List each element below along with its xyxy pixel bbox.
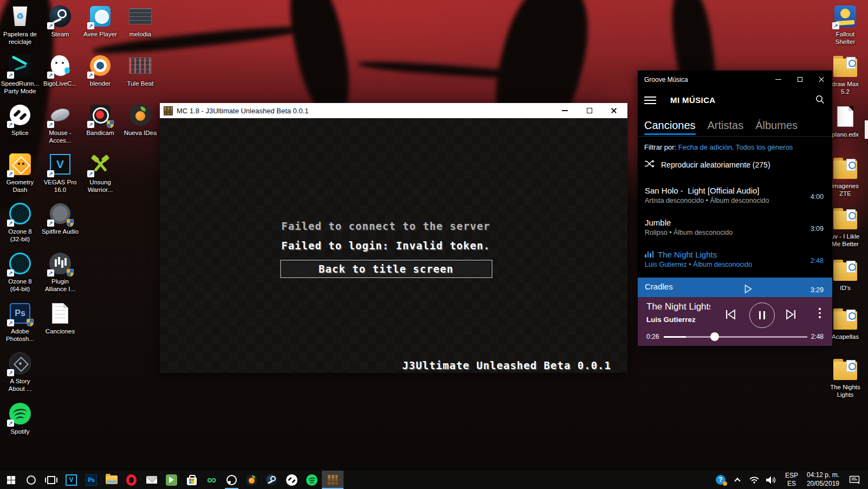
taskbar-groove-music[interactable] [222,471,242,489]
desktop-icon-mouse[interactable]: Mouse - Acces... [41,103,79,145]
close-button[interactable] [811,70,832,88]
document-icon [833,105,857,128]
previous-track-icon[interactable] [724,309,736,322]
desktop-icon-splice[interactable]: Splice [1,103,39,137]
task-view-button[interactable] [41,471,61,489]
minecraft-window: MC 1.8 - J3Ultimate Unleashed Beta 0.0.1… [160,103,627,373]
tab-artistas[interactable]: Artistas [708,119,744,136]
wifi-tray-icon[interactable] [749,471,759,489]
row-play-icon[interactable] [744,284,753,296]
start-button[interactable] [1,471,21,489]
tray-overflow-chevron[interactable] [731,471,746,489]
maximize-button[interactable] [577,103,601,118]
taskbar-steam[interactable] [262,471,282,489]
a-story-about-icon [8,351,32,375]
desktop-icon-melodia[interactable]: melodia [121,4,159,38]
taskbar-spotify[interactable] [302,471,322,489]
groove-music-icon [226,475,237,485]
shuffle-label: Reproducir aleatoriamente (275) [661,160,770,169]
shuffle-all-button[interactable]: Reproducir aleatoriamente (275) [638,151,832,169]
song-row[interactable]: Jumble Rolipso • Álbum desconocido 3:09 [638,214,832,246]
taskbar-mail[interactable] [141,471,161,489]
desktop-icon-canciones[interactable]: Canciones [41,301,79,335]
desktop-icon-vegas-pro[interactable]: V VEGAS Pro 16.0 [41,152,79,194]
next-track-icon[interactable] [785,309,797,322]
desktop-icon-spotify[interactable]: Spotify [1,402,39,435]
taskbar-microsoft-store[interactable] [182,471,202,489]
song-title: The Night Lights [658,250,717,259]
language-region: ES [785,480,798,488]
crafting-table-icon [164,106,173,115]
desktop-icon-speedrunners[interactable]: SpeedRunn... Party Mode [1,54,39,95]
disconnect-detail: Failed to login: Invalid token. [160,240,612,252]
minimize-button[interactable] [767,70,789,88]
folder-icon [833,156,857,180]
back-to-title-button[interactable]: Back to title screen [280,260,493,278]
taskbar-photoshop[interactable]: Ps [81,471,101,489]
splice-icon [286,474,297,486]
hamburger-menu-icon[interactable] [644,96,656,104]
language-code: ESP [785,472,798,480]
desktop-icon-unsung-warriors[interactable]: Unsung Warrior... [81,152,119,194]
minimize-button[interactable] [553,103,577,118]
action-center-button[interactable] [849,471,860,489]
language-indicator[interactable]: ESP ES [785,472,798,488]
desktop-icon-a-story-about[interactable]: A Story About ... [1,351,39,393]
steam-icon [48,4,72,28]
elapsed-time: 0:26 [646,333,659,340]
minecraft-titlebar[interactable]: MC 1.8 - J3Ultimate Unleashed Beta 0.0.1 [160,103,627,118]
desktop-icon-recycle-bin[interactable]: ♻ Papelera de reciclaje [1,4,39,46]
taskbar-infinity-app[interactable]: ∞ [202,471,222,489]
filter-label: Filtrar por: [644,143,676,151]
maximize-button[interactable] [789,70,811,88]
taskbar-green-app[interactable] [161,471,182,489]
desktop-icon-ozone8-64[interactable]: Ozone 8 (64-bit) [1,252,39,293]
taskbar-splice[interactable] [282,471,302,489]
desktop-icon-avee-player[interactable]: Avee Player [81,4,119,38]
spotify-icon [306,474,318,486]
desktop-icon-geometry-dash[interactable]: Geometry Dash [1,152,39,194]
song-row-playing[interactable]: The Night Lights Luis Gutierrez • Álbum … [638,246,832,278]
taskbar-file-explorer[interactable] [101,471,121,489]
desktop-icon-bigo-live[interactable]: BigoLiveC... [41,54,79,87]
close-button[interactable] [601,103,626,118]
more-options-icon[interactable] [818,308,822,318]
desktop-icon-steam[interactable]: Steam [41,4,79,38]
seek-bar-knob[interactable] [710,332,719,341]
desktop-icon-fallout-shelter[interactable]: Fallout Shelter [818,4,868,46]
help-tray-icon[interactable]: ? [716,471,731,489]
desktop-icon-ozone8-32[interactable]: Ozone 8 (32-bit) [1,202,39,243]
taskbar-fl-studio[interactable] [242,471,262,489]
taskbar-opera[interactable] [121,471,141,489]
tab-albumes[interactable]: Álbumes [755,119,798,136]
filter-row: Filtrar por: Fecha de adición, Todos los… [638,137,832,151]
song-duration: 2:48 [811,257,824,265]
desktop-icon-tule-beat[interactable]: Tule Beat [121,54,159,87]
taskbar-vegas-pro[interactable]: V [61,471,81,489]
desktop-icon-photoshop[interactable]: Ps Adobe Photosh... [1,301,39,343]
groove-titlebar[interactable]: Groove Música [638,70,832,88]
tab-canciones[interactable]: Canciones [644,119,696,136]
clock[interactable]: 04:12 p. m. 20/05/2019 [807,471,839,488]
volume-tray-icon[interactable] [766,471,776,489]
desktop-icon-blender[interactable]: blender [81,54,119,87]
seek-bar[interactable] [664,336,807,338]
song-title: Cradles [645,282,796,291]
taskbar-minecraft-active[interactable] [322,471,344,489]
desktop-icon-plugin-alliance[interactable]: Plugin Alliance I... [41,252,79,293]
song-duration: 4:00 [811,193,824,201]
song-row[interactable]: San Holo - Light [Official Audio] Artist… [638,182,832,214]
spotify-icon [8,402,32,426]
desktop-icon-spitfire-audio[interactable]: Spitfire Audio [41,202,79,235]
player-artist: Luis Gutierrez [646,316,696,324]
clock-date: 20/05/2019 [807,480,839,488]
desktop-icon-nueva-idea[interactable]: Nueva IDea [121,103,159,137]
pause-button[interactable] [749,303,775,328]
search-icon[interactable] [815,95,825,106]
desktop-icon-the-nights-lights[interactable]: The Nights Lights [818,357,868,399]
song-title: San Holo - Light [Official Audio] [645,186,796,195]
cortana-button[interactable] [21,471,41,489]
filter-value-link[interactable]: Fecha de adición, Todos los géneros [678,143,793,151]
desktop-icon-bandicam[interactable]: Bandicam [81,103,119,137]
minecraft-disconnect-screen: Failed to connect to the server Failed t… [160,118,627,373]
